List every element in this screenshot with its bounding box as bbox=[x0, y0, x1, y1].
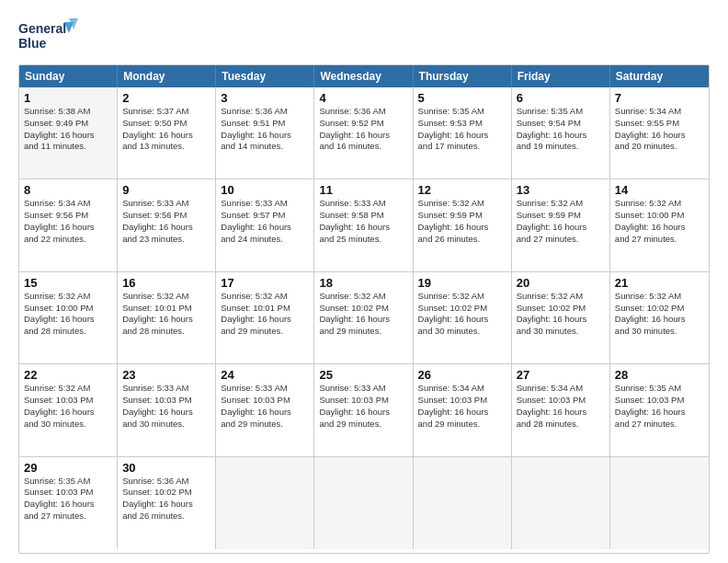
day-info: Sunrise: 5:32 AM Sunset: 10:00 PM Daylig… bbox=[24, 291, 112, 338]
day-number: 20 bbox=[517, 276, 605, 290]
day-info: Sunrise: 5:34 AM Sunset: 10:03 PM Daylig… bbox=[418, 383, 506, 430]
day-info: Sunrise: 5:32 AM Sunset: 10:03 PM Daylig… bbox=[24, 383, 112, 430]
day-number: 23 bbox=[122, 368, 210, 382]
svg-text:General: General bbox=[18, 21, 66, 36]
day-number: 11 bbox=[319, 183, 407, 197]
day-number: 27 bbox=[517, 368, 605, 382]
calendar-cell: 5Sunrise: 5:35 AM Sunset: 9:53 PM Daylig… bbox=[414, 87, 512, 179]
day-number: 2 bbox=[122, 91, 210, 105]
calendar-cell: 11Sunrise: 5:33 AM Sunset: 9:58 PM Dayli… bbox=[314, 179, 413, 271]
calendar-cell: 7Sunrise: 5:34 AM Sunset: 9:55 PM Daylig… bbox=[610, 87, 709, 179]
day-number: 24 bbox=[221, 368, 309, 382]
day-number: 8 bbox=[24, 183, 112, 197]
day-number: 15 bbox=[24, 276, 112, 290]
day-info: Sunrise: 5:33 AM Sunset: 9:57 PM Dayligh… bbox=[221, 198, 309, 245]
day-info: Sunrise: 5:32 AM Sunset: 10:02 PM Daylig… bbox=[615, 291, 704, 338]
calendar-cell: 3Sunrise: 5:36 AM Sunset: 9:51 PM Daylig… bbox=[216, 87, 314, 179]
calendar-cell: 14Sunrise: 5:32 AM Sunset: 10:00 PM Dayl… bbox=[610, 179, 709, 271]
day-info: Sunrise: 5:35 AM Sunset: 10:03 PM Daylig… bbox=[615, 383, 704, 430]
page: General Blue SundayMondayTuesdayWednesda… bbox=[0, 0, 728, 563]
day-info: Sunrise: 5:38 AM Sunset: 9:49 PM Dayligh… bbox=[24, 106, 112, 153]
day-number: 21 bbox=[615, 276, 704, 290]
calendar-cell: 21Sunrise: 5:32 AM Sunset: 10:02 PM Dayl… bbox=[610, 272, 709, 364]
calendar-cell: 6Sunrise: 5:35 AM Sunset: 9:54 PM Daylig… bbox=[512, 87, 610, 179]
calendar-body: 1Sunrise: 5:38 AM Sunset: 9:49 PM Daylig… bbox=[19, 87, 709, 549]
calendar-cell bbox=[314, 457, 413, 549]
calendar-cell: 16Sunrise: 5:32 AM Sunset: 10:01 PM Dayl… bbox=[118, 272, 216, 364]
calendar-cell: 25Sunrise: 5:33 AM Sunset: 10:03 PM Dayl… bbox=[314, 364, 413, 456]
day-info: Sunrise: 5:36 AM Sunset: 9:52 PM Dayligh… bbox=[319, 106, 407, 153]
day-info: Sunrise: 5:36 AM Sunset: 9:51 PM Dayligh… bbox=[221, 106, 309, 153]
calendar-cell: 17Sunrise: 5:32 AM Sunset: 10:01 PM Dayl… bbox=[216, 272, 314, 364]
day-info: Sunrise: 5:32 AM Sunset: 10:02 PM Daylig… bbox=[418, 291, 506, 338]
calendar-header: SundayMondayTuesdayWednesdayThursdayFrid… bbox=[19, 65, 709, 87]
header: General Blue bbox=[18, 17, 710, 57]
calendar-cell: 1Sunrise: 5:38 AM Sunset: 9:49 PM Daylig… bbox=[19, 87, 118, 179]
logo: General Blue bbox=[18, 17, 92, 57]
day-number: 29 bbox=[24, 461, 112, 475]
calendar-cell: 23Sunrise: 5:33 AM Sunset: 10:03 PM Dayl… bbox=[118, 364, 216, 456]
day-number: 6 bbox=[517, 91, 605, 105]
day-number: 26 bbox=[418, 368, 506, 382]
calendar-cell: 13Sunrise: 5:32 AM Sunset: 9:59 PM Dayli… bbox=[512, 179, 610, 271]
calendar-cell: 24Sunrise: 5:33 AM Sunset: 10:03 PM Dayl… bbox=[216, 364, 314, 456]
weekday-header: Tuesday bbox=[216, 65, 314, 87]
day-info: Sunrise: 5:35 AM Sunset: 10:03 PM Daylig… bbox=[24, 476, 112, 523]
day-info: Sunrise: 5:33 AM Sunset: 10:03 PM Daylig… bbox=[221, 383, 309, 430]
calendar-cell bbox=[414, 457, 512, 549]
calendar-cell: 10Sunrise: 5:33 AM Sunset: 9:57 PM Dayli… bbox=[216, 179, 314, 271]
calendar-cell: 29Sunrise: 5:35 AM Sunset: 10:03 PM Dayl… bbox=[19, 457, 118, 549]
calendar: SundayMondayTuesdayWednesdayThursdayFrid… bbox=[18, 64, 710, 554]
day-number: 12 bbox=[418, 183, 506, 197]
day-number: 4 bbox=[319, 91, 407, 105]
day-number: 3 bbox=[221, 91, 309, 105]
day-number: 14 bbox=[615, 183, 704, 197]
calendar-cell: 18Sunrise: 5:32 AM Sunset: 10:02 PM Dayl… bbox=[314, 272, 413, 364]
day-info: Sunrise: 5:34 AM Sunset: 9:55 PM Dayligh… bbox=[615, 106, 704, 153]
day-info: Sunrise: 5:37 AM Sunset: 9:50 PM Dayligh… bbox=[122, 106, 210, 153]
calendar-cell: 28Sunrise: 5:35 AM Sunset: 10:03 PM Dayl… bbox=[610, 364, 709, 456]
weekday-header: Friday bbox=[512, 65, 610, 87]
day-number: 9 bbox=[122, 183, 210, 197]
day-number: 19 bbox=[418, 276, 506, 290]
day-info: Sunrise: 5:32 AM Sunset: 9:59 PM Dayligh… bbox=[517, 198, 605, 245]
day-info: Sunrise: 5:32 AM Sunset: 10:01 PM Daylig… bbox=[122, 291, 210, 338]
day-info: Sunrise: 5:33 AM Sunset: 10:03 PM Daylig… bbox=[319, 383, 407, 430]
day-number: 22 bbox=[24, 368, 112, 382]
day-number: 30 bbox=[122, 461, 210, 475]
day-number: 18 bbox=[319, 276, 407, 290]
svg-text:Blue: Blue bbox=[18, 36, 47, 51]
day-number: 25 bbox=[319, 368, 407, 382]
weekday-header: Wednesday bbox=[314, 65, 413, 87]
day-info: Sunrise: 5:35 AM Sunset: 9:54 PM Dayligh… bbox=[517, 106, 605, 153]
day-info: Sunrise: 5:35 AM Sunset: 9:53 PM Dayligh… bbox=[418, 106, 506, 153]
day-info: Sunrise: 5:34 AM Sunset: 10:03 PM Daylig… bbox=[517, 383, 605, 430]
weekday-header: Thursday bbox=[414, 65, 512, 87]
calendar-cell: 9Sunrise: 5:33 AM Sunset: 9:56 PM Daylig… bbox=[118, 179, 216, 271]
day-info: Sunrise: 5:33 AM Sunset: 10:03 PM Daylig… bbox=[122, 383, 210, 430]
day-info: Sunrise: 5:32 AM Sunset: 10:02 PM Daylig… bbox=[517, 291, 605, 338]
weekday-header: Sunday bbox=[19, 65, 118, 87]
day-number: 10 bbox=[221, 183, 309, 197]
calendar-cell: 30Sunrise: 5:36 AM Sunset: 10:02 PM Dayl… bbox=[118, 457, 216, 549]
calendar-cell: 15Sunrise: 5:32 AM Sunset: 10:00 PM Dayl… bbox=[19, 272, 118, 364]
calendar-cell: 26Sunrise: 5:34 AM Sunset: 10:03 PM Dayl… bbox=[414, 364, 512, 456]
calendar-cell: 8Sunrise: 5:34 AM Sunset: 9:56 PM Daylig… bbox=[19, 179, 118, 271]
day-number: 13 bbox=[517, 183, 605, 197]
day-info: Sunrise: 5:36 AM Sunset: 10:02 PM Daylig… bbox=[122, 476, 210, 523]
calendar-cell bbox=[216, 457, 314, 549]
calendar-cell: 2Sunrise: 5:37 AM Sunset: 9:50 PM Daylig… bbox=[118, 87, 216, 179]
day-info: Sunrise: 5:32 AM Sunset: 10:00 PM Daylig… bbox=[615, 198, 704, 245]
day-number: 17 bbox=[221, 276, 309, 290]
day-info: Sunrise: 5:33 AM Sunset: 9:58 PM Dayligh… bbox=[319, 198, 407, 245]
day-info: Sunrise: 5:33 AM Sunset: 9:56 PM Dayligh… bbox=[122, 198, 210, 245]
calendar-cell bbox=[610, 457, 709, 549]
day-info: Sunrise: 5:32 AM Sunset: 10:02 PM Daylig… bbox=[319, 291, 407, 338]
calendar-cell bbox=[512, 457, 610, 549]
calendar-cell: 27Sunrise: 5:34 AM Sunset: 10:03 PM Dayl… bbox=[512, 364, 610, 456]
calendar-cell: 19Sunrise: 5:32 AM Sunset: 10:02 PM Dayl… bbox=[414, 272, 512, 364]
logo-svg: General Blue bbox=[18, 17, 92, 57]
weekday-header: Saturday bbox=[610, 65, 709, 87]
weekday-header: Monday bbox=[118, 65, 216, 87]
calendar-cell: 22Sunrise: 5:32 AM Sunset: 10:03 PM Dayl… bbox=[19, 364, 118, 456]
